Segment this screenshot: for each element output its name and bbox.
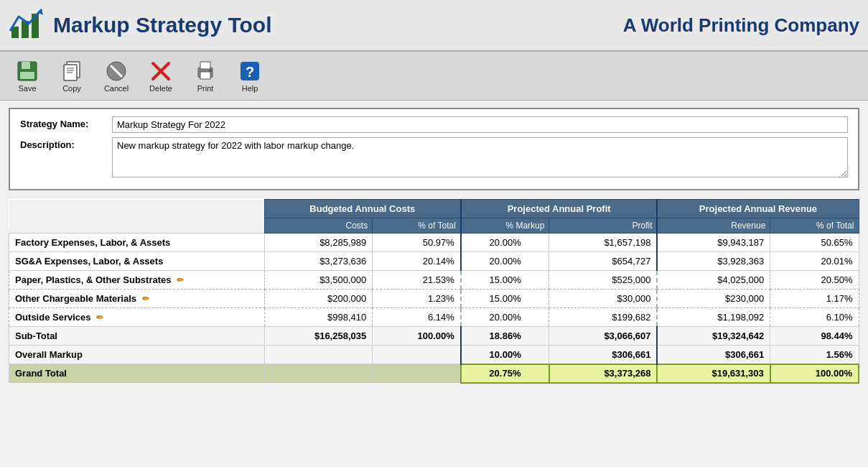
svg-rect-6 xyxy=(20,72,34,79)
print-icon xyxy=(194,60,217,83)
app-header: Markup Strategy Tool A World Printing Co… xyxy=(0,0,868,52)
row-pct-total2: 1.17% xyxy=(770,290,859,308)
row-pct-total1: 6.14% xyxy=(373,308,461,327)
header-left: Markup Strategy Tool xyxy=(9,6,271,44)
main-table: Budgeted Annual Costs Projected Annual P… xyxy=(9,199,859,384)
subtotal-costs: $16,258,035 xyxy=(264,327,373,346)
save-icon xyxy=(16,60,39,83)
row-revenue: $230,000 xyxy=(657,290,770,308)
subtotal-profit: $3,066,607 xyxy=(549,327,658,346)
grand-total-revenue: $19,631,303 xyxy=(657,364,770,383)
pct-total1-subheader: % of Total xyxy=(373,218,461,234)
row-pct-total2: 20.01% xyxy=(770,252,859,271)
row-pct-markup: 20.00% xyxy=(461,234,549,252)
overall-label: Overall Markup xyxy=(9,346,265,364)
grand-total-label: Grand Total xyxy=(9,364,265,383)
row-profit: $1,657,198 xyxy=(549,234,658,252)
delete-button[interactable]: Delete xyxy=(139,55,182,97)
cancel-icon xyxy=(105,60,128,83)
row-pct-total2: 20.50% xyxy=(770,271,859,290)
description-input[interactable] xyxy=(112,137,848,177)
pct-markup-subheader: % Markup xyxy=(461,218,549,234)
grand-total-pct-markup: 20.75% xyxy=(461,364,549,383)
overall-markup-row: Overall Markup 10.00% $306,661 $306,661 … xyxy=(9,346,859,364)
overall-profit: $306,661 xyxy=(549,346,658,364)
table-row: Other Chargeable Materials ✏ $200,000 1.… xyxy=(9,290,859,308)
grand-total-costs xyxy=(264,364,373,383)
row-label: Outside Services ✏ xyxy=(9,308,265,327)
app-logo xyxy=(9,6,46,44)
svg-rect-18 xyxy=(200,62,210,69)
subtotal-pct1: 100.00% xyxy=(373,327,461,346)
svg-rect-5 xyxy=(22,62,30,69)
row-label: Factory Expenses, Labor, & Assets xyxy=(9,234,265,252)
row-profit: $654,727 xyxy=(549,252,658,271)
pct-total2-subheader: % of Total xyxy=(770,218,859,234)
overall-costs xyxy=(264,346,373,364)
help-button[interactable]: ? Help xyxy=(228,55,271,97)
overall-pct1 xyxy=(373,346,461,364)
row-pct-markup: 20.00% xyxy=(461,252,549,271)
subtotal-label: Sub-Total xyxy=(9,327,265,346)
row-pct-markup: 15.00% xyxy=(461,271,549,290)
help-icon: ? xyxy=(238,60,261,83)
row-pct-total2: 6.10% xyxy=(770,308,859,327)
delete-icon xyxy=(149,60,172,83)
grand-total-row: Grand Total 20.75% $3,373,268 $19,631,30… xyxy=(9,364,859,383)
svg-text:?: ? xyxy=(246,64,254,80)
row-revenue: $9,943,187 xyxy=(657,234,770,252)
cancel-label: Cancel xyxy=(104,84,129,93)
table-row: Paper, Plastics, & Other Substrates ✏ $3… xyxy=(9,271,859,290)
revenue-subheader: Revenue xyxy=(657,218,770,234)
row-profit: $525,000 xyxy=(549,271,658,290)
row-revenue: $1,198,092 xyxy=(657,308,770,327)
subtotal-revenue: $19,324,642 xyxy=(657,327,770,346)
strategy-name-row: Strategy Name: xyxy=(20,116,848,133)
table-row: SG&A Expenses, Labor, & Assets $3,273,63… xyxy=(9,252,859,271)
save-label: Save xyxy=(18,84,36,93)
table-row: Factory Expenses, Labor, & Assets $8,285… xyxy=(9,234,859,252)
row-label: Other Chargeable Materials ✏ xyxy=(9,290,265,308)
app-title: Markup Strategy Tool xyxy=(53,13,271,37)
row-label: Paper, Plastics, & Other Substrates ✏ xyxy=(9,271,265,290)
print-button[interactable]: Print xyxy=(184,55,227,97)
copy-button[interactable]: Copy xyxy=(50,55,93,97)
svg-point-19 xyxy=(209,69,212,72)
save-button[interactable]: Save xyxy=(6,55,49,97)
content-area: Strategy Name: Description: Budgeted Ann… xyxy=(0,101,868,391)
row-costs: $8,285,989 xyxy=(264,234,373,252)
grand-total-profit: $3,373,268 xyxy=(549,364,658,383)
edit-icon[interactable]: ✏ xyxy=(177,275,184,285)
row-costs: $200,000 xyxy=(264,290,373,308)
row-revenue: $3,928,363 xyxy=(657,252,770,271)
row-pct-total2: 50.65% xyxy=(770,234,859,252)
overall-pct2: 1.56% xyxy=(770,346,859,364)
row-revenue: $4,025,000 xyxy=(657,271,770,290)
table-body: Factory Expenses, Labor, & Assets $8,285… xyxy=(9,234,859,383)
row-costs: $3,500,000 xyxy=(264,271,373,290)
subtotal-pct-markup: 18.86% xyxy=(461,327,549,346)
profit-subheader: Profit xyxy=(549,218,658,234)
edit-icon[interactable]: ✏ xyxy=(96,313,103,323)
cancel-button[interactable]: Cancel xyxy=(95,55,138,97)
table-row: Outside Services ✏ $998,410 6.14% 20.00%… xyxy=(9,308,859,327)
row-pct-total1: 50.97% xyxy=(373,234,461,252)
copy-label: Copy xyxy=(62,84,81,93)
row-costs: $998,410 xyxy=(264,308,373,327)
grand-total-pct2: 100.00% xyxy=(770,364,859,383)
help-label: Help xyxy=(242,84,258,93)
subtotal-row: Sub-Total $16,258,035 100.00% 18.86% $3,… xyxy=(9,327,859,346)
strategy-name-input[interactable] xyxy=(112,116,848,133)
row-pct-markup: 20.00% xyxy=(461,308,549,327)
subtotal-pct2: 98.44% xyxy=(770,327,859,346)
company-name: A World Printing Company xyxy=(623,14,859,37)
overall-pct-markup: 10.00% xyxy=(461,346,549,364)
edit-icon[interactable]: ✏ xyxy=(142,294,149,304)
row-profit: $30,000 xyxy=(549,290,658,308)
section3-header: Projected Annual Revenue xyxy=(657,200,859,218)
section1-header: Budgeted Annual Costs xyxy=(264,200,461,218)
row-pct-markup: 15.00% xyxy=(461,290,549,308)
section2-header: Projected Annual Profit xyxy=(461,200,658,218)
toolbar: Save Copy Cancel xyxy=(0,52,868,101)
delete-label: Delete xyxy=(149,84,172,93)
